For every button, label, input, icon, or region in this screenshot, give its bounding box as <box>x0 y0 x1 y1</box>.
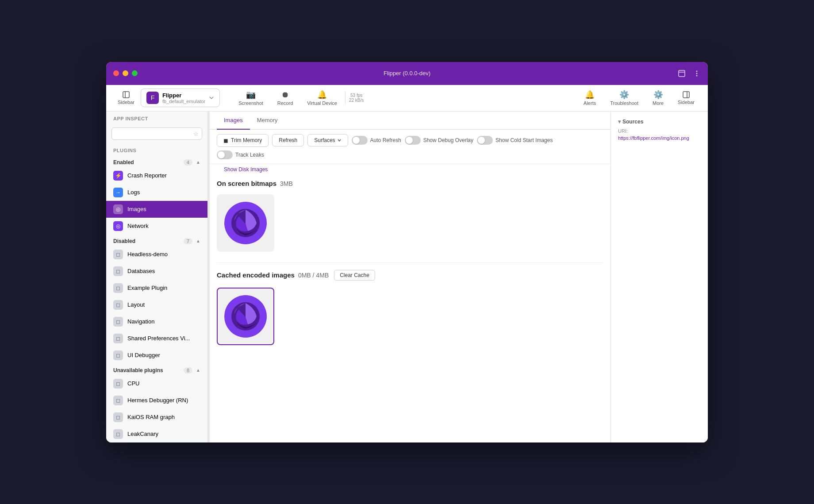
svg-point-2 <box>696 70 698 72</box>
hermes-item[interactable]: ◻ Hermes Debugger (RN) <box>106 392 207 409</box>
screenshot-button[interactable]: 📷 Screenshot <box>232 87 269 108</box>
navigation-item[interactable]: ◻ Navigation <box>106 313 207 330</box>
content-area: Images Memory ◼ Trim Memory Refresh Surf… <box>210 112 610 442</box>
surfaces-label: Surfaces <box>314 137 335 143</box>
crash-reporter-label: Crash Reporter <box>127 172 167 179</box>
unavailable-count: 8 <box>184 367 192 373</box>
layout-item[interactable]: ◻ Layout <box>106 296 207 313</box>
shared-prefs-item[interactable]: ◻ Shared Preferences Vi... <box>106 330 207 347</box>
record-button[interactable]: ⏺ Record <box>271 88 299 108</box>
sidebar-right-button[interactable]: Sidebar <box>672 88 701 108</box>
title-bar-right-icons <box>678 69 701 77</box>
trim-memory-icon: ◼ <box>223 137 228 144</box>
uri-link[interactable]: https://fbflipper.com/img/icon.png <box>618 135 689 141</box>
troubleshoot-button[interactable]: ⚙️ Troubleshoot <box>604 87 645 108</box>
traffic-lights <box>113 70 138 76</box>
layout-icon: ◻ <box>113 300 123 310</box>
kaios-item[interactable]: ◻ KaiOS RAM graph <box>106 409 207 426</box>
toolbar-right: 🔔 Alerts ⚙️ Troubleshoot ⚙️ More Sidebar <box>577 87 701 108</box>
example-plugin-item[interactable]: ◻ Example Plugin <box>106 280 207 296</box>
crash-reporter-item[interactable]: ⚡ Crash Reporter <box>106 167 207 184</box>
sidebar: APP INSPECT ☆ PLUGINS Enabled 4 ▲ ⚡ Cra <box>106 112 208 442</box>
sidebar-toggle-button[interactable]: Sidebar <box>113 88 139 108</box>
on-screen-bitmaps-title: On screen bitmaps <box>217 180 276 187</box>
show-cold-start-group: Show Cold Start Images <box>477 136 553 145</box>
content-body: On screen bitmaps 3MB <box>210 173 610 442</box>
sources-label: Sources <box>622 119 643 125</box>
alerts-button[interactable]: 🔔 Alerts <box>577 87 602 108</box>
minimize-button[interactable] <box>123 70 128 76</box>
kaios-label: KaiOS RAM graph <box>127 414 175 420</box>
show-cold-start-toggle[interactable] <box>477 136 493 145</box>
window-icon[interactable] <box>678 69 686 77</box>
logs-icon: → <box>113 188 123 197</box>
databases-item[interactable]: ◻ Databases <box>106 263 207 280</box>
cpu-item[interactable]: ◻ CPU <box>106 375 207 392</box>
auto-refresh-toggle[interactable] <box>352 136 368 145</box>
maximize-button[interactable] <box>132 70 138 76</box>
alerts-label: Alerts <box>584 100 596 106</box>
more-button[interactable]: ⚙️ More <box>646 87 670 108</box>
uri-label: URI: <box>618 128 701 134</box>
headless-demo-item[interactable]: ◻ Headless-demo <box>106 246 207 263</box>
network-item[interactable]: ◎ Network <box>106 218 207 235</box>
disabled-group-header[interactable]: Disabled 7 ▲ <box>106 235 207 246</box>
headless-demo-label: Headless-demo <box>127 251 168 258</box>
clear-cache-button[interactable]: Clear Cache <box>334 270 375 281</box>
main-toolbar: Sidebar F Flipper fb_default_emulator 📷 … <box>106 85 708 112</box>
images-icon: ◎ <box>113 204 123 214</box>
leakcanary-label: LeakCanary <box>127 431 158 437</box>
leakcanary-icon: ◻ <box>113 429 123 439</box>
show-debug-overlay-toggle[interactable] <box>405 136 421 145</box>
sidebar-right-icon <box>682 91 690 99</box>
star-icon[interactable]: ☆ <box>193 130 199 137</box>
cached-image-thumbnail[interactable] <box>217 288 274 345</box>
screenshot-icon: 📷 <box>246 90 256 100</box>
screenshot-label: Screenshot <box>238 100 263 106</box>
images-label: Images <box>127 206 146 212</box>
unavailable-group-right: 8 ▲ <box>184 367 200 373</box>
on-screen-bitmaps-header: On screen bitmaps 3MB <box>217 180 603 187</box>
enabled-group-header[interactable]: Enabled 4 ▲ <box>106 156 207 167</box>
show-disk-images-link[interactable]: Show Disk Images <box>217 166 275 173</box>
virtual-device-button[interactable]: 🔔 Virtual Device <box>301 87 343 108</box>
device-info: Flipper fb_default_emulator <box>162 92 205 104</box>
unavailable-group-header[interactable]: Unavailable plugins 8 ▲ <box>106 364 207 375</box>
tab-memory[interactable]: Memory <box>250 112 285 130</box>
trim-memory-button[interactable]: ◼ Trim Memory <box>217 134 269 147</box>
content-toolbar: ◼ Trim Memory Refresh Surfaces Auto Refr… <box>210 130 610 164</box>
close-button[interactable] <box>113 70 119 76</box>
device-chevron-icon <box>209 95 214 100</box>
record-icon: ⏺ <box>281 90 289 100</box>
svg-point-4 <box>696 75 698 76</box>
surfaces-chevron-icon <box>337 138 342 142</box>
disabled-label: Disabled <box>113 238 135 244</box>
hermes-label: Hermes Debugger (RN) <box>127 397 188 404</box>
svg-rect-0 <box>679 70 685 77</box>
device-selector[interactable]: F Flipper fb_default_emulator <box>141 88 220 107</box>
ui-debugger-item[interactable]: ◻ UI Debugger <box>106 347 207 364</box>
logs-label: Logs <box>127 189 140 196</box>
app-window: Flipper (0.0.0-dev) Sidebar <box>106 62 708 442</box>
dots-icon[interactable] <box>693 69 701 77</box>
cached-size: 0MB / 4MB <box>298 272 329 279</box>
leakcanary-item[interactable]: ◻ LeakCanary <box>106 426 207 442</box>
logs-item[interactable]: → Logs <box>106 184 207 201</box>
ui-debugger-icon: ◻ <box>113 350 123 360</box>
tab-images[interactable]: Images <box>217 112 250 130</box>
search-input[interactable] <box>111 127 202 140</box>
cpu-label: CPU <box>127 380 139 387</box>
track-leaks-toggle[interactable] <box>217 150 233 159</box>
refresh-button[interactable]: Refresh <box>272 134 304 146</box>
enabled-label: Enabled <box>113 159 134 165</box>
databases-icon: ◻ <box>113 266 123 276</box>
fps-value: 53 fps <box>350 93 362 98</box>
sidebar-label: Sidebar <box>118 100 134 105</box>
trim-memory-label: Trim Memory <box>231 137 262 143</box>
images-item[interactable]: ◎ Images <box>106 201 207 218</box>
navigation-label: Navigation <box>127 318 154 325</box>
surfaces-button[interactable]: Surfaces <box>307 134 348 146</box>
on-screen-bitmap-thumbnail[interactable] <box>217 194 274 252</box>
sources-chevron-icon: ▾ <box>618 119 621 125</box>
crash-reporter-icon: ⚡ <box>113 171 123 181</box>
